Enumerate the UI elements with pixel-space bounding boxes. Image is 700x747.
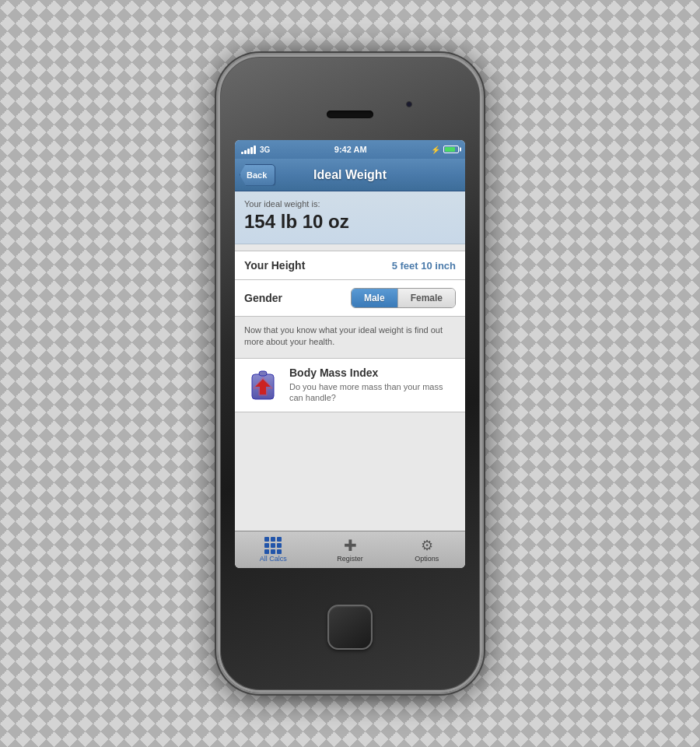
- grid-dot: [277, 537, 282, 542]
- weight-result-label: Your ideal weight is:: [244, 199, 456, 209]
- gender-row: Gender Male Female: [235, 280, 465, 317]
- home-button[interactable]: [327, 605, 373, 650]
- status-time: 9:42 AM: [334, 145, 367, 154]
- svg-rect-1: [259, 371, 267, 376]
- battery-icon: [443, 146, 459, 153]
- female-button[interactable]: Female: [397, 289, 455, 307]
- phone-screen: 3G 9:42 AM ⚡ Back Ideal Weight: [235, 140, 465, 568]
- all-calcs-icon: [264, 538, 282, 553]
- front-camera: [406, 101, 412, 107]
- grid-dot: [277, 549, 282, 554]
- tab-options-label: Options: [415, 555, 439, 563]
- status-bar: 3G 9:42 AM ⚡: [235, 140, 465, 159]
- height-value: 5 feet 10 inch: [392, 260, 456, 272]
- grid-dot: [264, 549, 269, 554]
- tab-options[interactable]: ⚙ Options: [388, 538, 465, 563]
- ios-screen: 3G 9:42 AM ⚡ Back Ideal Weight: [235, 140, 465, 568]
- info-text: Now that you know what your ideal weight…: [235, 317, 465, 355]
- tab-bar: All Calcs ✚ Register ⚙ Options: [235, 531, 465, 568]
- battery-fill: [445, 147, 455, 152]
- signal-bars: [241, 145, 256, 154]
- grid-dot: [264, 543, 269, 548]
- grid-dot: [271, 549, 275, 554]
- screen-content: Your ideal weight is: 154 lb 10 oz Your …: [235, 191, 465, 531]
- grid-dot: [277, 543, 282, 548]
- tab-register-label: Register: [337, 555, 363, 563]
- signal-bar-1: [241, 152, 243, 154]
- signal-bar-2: [244, 150, 247, 154]
- gender-toggle: Male Female: [351, 288, 456, 308]
- tab-all-calcs[interactable]: All Calcs: [235, 538, 312, 563]
- grid-dot: [271, 543, 275, 548]
- signal-bar-4: [250, 147, 253, 154]
- plus-icon: ✚: [344, 538, 357, 553]
- grid-icon: [264, 537, 282, 554]
- phone-device: 3G 9:42 AM ⚡ Back Ideal Weight: [218, 54, 482, 693]
- network-badge: 3G: [260, 146, 270, 154]
- gender-label: Gender: [244, 292, 282, 304]
- tab-all-calcs-label: All Calcs: [260, 555, 287, 563]
- speaker-grill: [327, 110, 373, 118]
- height-label: Your Height: [244, 259, 305, 272]
- bmi-text: Body Mass Index Do you have more mass th…: [289, 366, 456, 404]
- bmi-card[interactable]: Body Mass Index Do you have more mass th…: [235, 358, 465, 412]
- height-row[interactable]: Your Height 5 feet 10 inch: [235, 251, 465, 280]
- grid-dot: [264, 537, 269, 542]
- nav-title: Ideal Weight: [313, 168, 387, 182]
- bmi-title: Body Mass Index: [289, 366, 456, 379]
- signal-bar-5: [254, 146, 256, 154]
- male-button[interactable]: Male: [352, 289, 397, 307]
- bluetooth-icon: ⚡: [431, 146, 440, 154]
- register-icon: ✚: [341, 538, 359, 553]
- weight-result-section: Your ideal weight is: 154 lb 10 oz: [235, 191, 465, 244]
- grid-dot: [271, 537, 275, 542]
- status-left: 3G: [241, 145, 270, 154]
- nav-bar: Back Ideal Weight: [235, 159, 465, 191]
- options-icon: ⚙: [418, 538, 436, 553]
- gear-icon: ⚙: [421, 537, 433, 554]
- phone-reflection: [252, 689, 448, 700]
- bmi-icon: [244, 366, 282, 404]
- back-button[interactable]: Back: [240, 164, 275, 186]
- signal-bar-3: [247, 149, 250, 154]
- bmi-description: Do you have more mass than your mass can…: [289, 381, 456, 404]
- tab-register[interactable]: ✚ Register: [312, 538, 389, 563]
- weight-result-value: 154 lb 10 oz: [244, 211, 456, 233]
- status-right: ⚡: [431, 146, 459, 154]
